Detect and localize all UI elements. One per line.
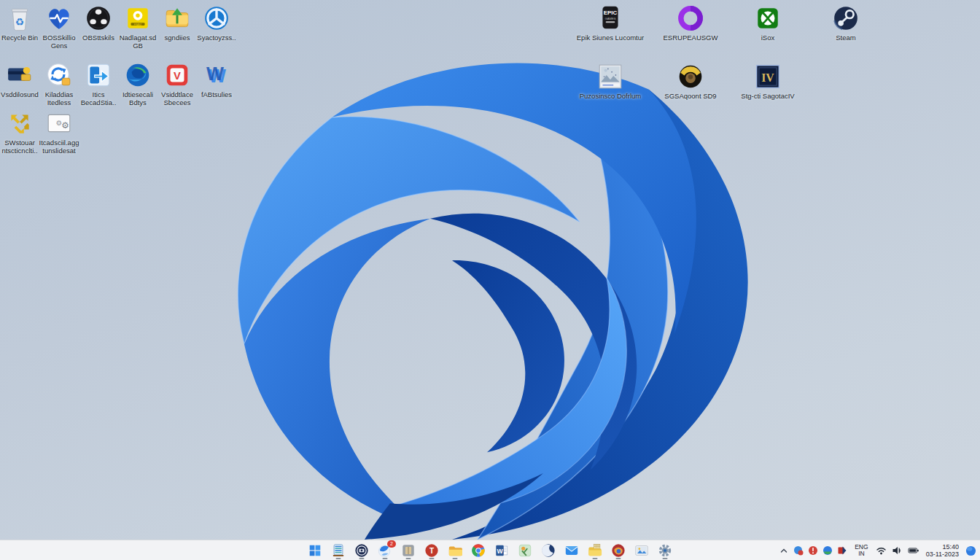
desktop: ♻Recycle BinBOSSkillio GensOBSttskilsFRA…: [0, 0, 980, 540]
desktop-icon-label: Puzosinsco Dofrlum: [580, 93, 641, 101]
yellow-arrows-icon: [6, 109, 34, 137]
running-indicator: [616, 558, 621, 560]
camera-circle-icon: [354, 543, 369, 558]
desktop-icon-label: SWstouar ntscticnclti..: [0, 139, 40, 155]
desktop-icon-label: SGSAqoont SD9: [664, 93, 716, 101]
desktop-icon-game-avatar[interactable]: SGSAqoont SD9: [656, 63, 726, 101]
desktop-icon-label: Idtiesecali Bdtys: [117, 91, 158, 106]
windows-start-icon: [308, 543, 322, 558]
system-tray: ENG IN 15:40 03-11-2023: [779, 540, 977, 560]
desktop-icon-blue-w[interactable]: WWfABtsulies: [196, 61, 237, 99]
desktop-icon-folder-tree[interactable]: sgndiies: [157, 4, 198, 42]
moon-browser-app[interactable]: [539, 541, 558, 560]
tray-app-warning[interactable]: [807, 542, 819, 559]
fire-browser-app[interactable]: [609, 541, 628, 560]
obs-studio-icon: [85, 4, 112, 32]
windows-bloom-wallpaper: [146, 51, 766, 540]
desktop-icon-obs-studio[interactable]: OBSttskils: [78, 4, 119, 42]
desktop-icon-health-heart[interactable]: BOSSkillio Gens: [39, 4, 79, 50]
tray-app-puzzle[interactable]: [836, 542, 848, 559]
running-indicator: [593, 558, 598, 560]
desktop-icon-label: sgndiies: [165, 34, 190, 42]
camera-app[interactable]: [352, 541, 371, 560]
desktop-icon-backup-arrow[interactable]: Itics BecadStia..: [78, 61, 119, 106]
chrome-browser[interactable]: [469, 541, 488, 560]
desktop-icon-yellow-id-card[interactable]: FRANZNadlagat.sd GB: [117, 4, 158, 50]
desktop-icon-label: Epik Siunes Lucomtur: [577, 34, 644, 42]
desktop-icon-vivaldi[interactable]: VVsiddtlace Sbecees: [157, 61, 198, 106]
svg-text:EPIC: EPIC: [604, 9, 618, 16]
notes-folder-app[interactable]: [586, 541, 604, 560]
widgets-app[interactable]: [329, 541, 348, 560]
edge-browser-icon: [124, 61, 152, 89]
installer-box-icon: ⚙⚙: [45, 109, 73, 137]
civ-four-icon: IV: [754, 63, 782, 90]
red-t-app[interactable]: T: [422, 541, 441, 560]
folder-explorer-icon: [448, 543, 462, 558]
wallet-icon: [6, 61, 34, 89]
green-game-app[interactable]: [516, 541, 534, 560]
desktop-icon-label: ESRUPEAUSGW: [664, 34, 718, 42]
fire-circle-icon: [611, 543, 626, 558]
running-indicator: [383, 558, 388, 560]
desktop-icon-label: Kiladdias Itedless: [39, 91, 79, 106]
folder-notes-icon: [588, 543, 602, 558]
desktop-icon-steam[interactable]: Steam: [811, 4, 881, 42]
desktop-icon-recycle-bin[interactable]: ♻Recycle Bin: [0, 4, 40, 42]
sync-update-icon: [45, 61, 73, 89]
desktop-icon-yellow-arrows[interactable]: SWstouar ntscticnclti..: [0, 109, 40, 155]
folder-tree-icon: [163, 4, 191, 32]
desktop-icon-screenshot-thumb[interactable]: Puzosinsco Dofrlum: [575, 63, 645, 101]
photos-app[interactable]: [632, 541, 651, 560]
moon-swirl-icon: [541, 543, 556, 558]
word-app[interactable]: W: [492, 541, 511, 560]
desktop-icon-label: fABtsulies: [201, 91, 232, 99]
desktop-icon-purple-ring[interactable]: ESRUPEAUSGW: [656, 4, 726, 42]
game-avatar-icon: [677, 63, 704, 90]
svg-text:♻: ♻: [15, 17, 24, 28]
abacus-widget-icon: [331, 543, 346, 558]
desktop-icon-nav-wheel[interactable]: Syactoyzss..: [196, 4, 237, 42]
desktop-icon-label: Stg-cti SagotacIV: [741, 93, 794, 101]
running-indicator: [359, 558, 365, 560]
desktop-icon-installer-box[interactable]: ⚙⚙Itcadsciil.agg tunslidesat: [39, 109, 79, 155]
running-indicator: [336, 558, 341, 560]
language-indicator[interactable]: ENG IN: [852, 542, 871, 559]
desktop-icon-wallet[interactable]: Vsddilosund: [0, 61, 40, 99]
desktop-icon-civ-four[interactable]: IVStg-cti SagotacIV: [733, 63, 803, 101]
tray-app-sync[interactable]: [822, 542, 833, 559]
tray-app-blue-alert[interactable]: [793, 542, 804, 559]
hidden-icons-chevron-icon[interactable]: [779, 542, 789, 559]
mail-app[interactable]: [562, 541, 581, 560]
desktop-icon-edge-browser[interactable]: Idtiesecali Bdtys: [117, 61, 158, 106]
running-indicator: [429, 558, 435, 560]
taskbar: 2TW ENG IN 15:40 03-11-2023: [0, 540, 980, 560]
gray-book-icon: [401, 543, 416, 558]
svg-text:GAMES: GAMES: [604, 17, 615, 20]
desktop-icon-label: Nadlagat.sd GB: [117, 34, 158, 50]
start-button[interactable]: [306, 541, 324, 560]
desktop-icon-xbox[interactable]: iSox: [733, 4, 803, 42]
svg-text:W: W: [497, 548, 503, 555]
desktop-icon-label: Recycle Bin: [1, 34, 38, 42]
desktop-icon-sync-update[interactable]: Kiladdias Itedless: [39, 61, 79, 106]
settings-app[interactable]: [656, 541, 674, 560]
battery-icon[interactable]: [907, 542, 920, 559]
wifi-icon[interactable]: [875, 542, 887, 559]
browser-sphere-app[interactable]: 2: [376, 541, 394, 560]
taskbar-clock[interactable]: 15:40 03-11-2023: [924, 542, 961, 559]
health-heart-icon: [45, 4, 73, 32]
svg-text:T: T: [429, 547, 434, 555]
volume-icon[interactable]: [891, 542, 903, 559]
word-icon: W: [494, 543, 509, 558]
chrome-icon: [471, 543, 486, 558]
reader-app[interactable]: [399, 541, 418, 560]
file-explorer[interactable]: [446, 541, 464, 560]
recycle-bin-icon: ♻: [6, 4, 34, 32]
taskbar-center-icons: 2TW: [306, 540, 674, 560]
svg-text:W: W: [206, 63, 224, 84]
desktop-icon-label: OBSttskils: [82, 34, 114, 42]
notification-center-icon[interactable]: [965, 542, 977, 559]
desktop-icon-label: BOSSkillio Gens: [39, 34, 79, 50]
desktop-icon-epic-games[interactable]: EPICGAMESEpik Siunes Lucomtur: [575, 4, 645, 42]
